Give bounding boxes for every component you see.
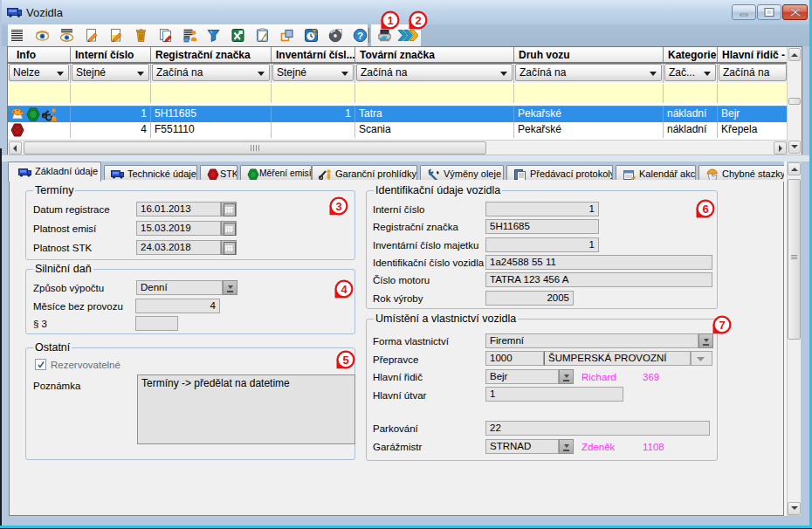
svg-text:7: 7 (719, 319, 725, 332)
svg-text:1: 1 (387, 14, 393, 27)
svg-text:6: 6 (702, 203, 708, 216)
svg-text:5: 5 (342, 354, 348, 367)
svg-text:?: ? (357, 31, 363, 41)
svg-text:4: 4 (341, 283, 348, 296)
svg-text:3: 3 (335, 200, 341, 213)
svg-text:2: 2 (415, 14, 421, 27)
